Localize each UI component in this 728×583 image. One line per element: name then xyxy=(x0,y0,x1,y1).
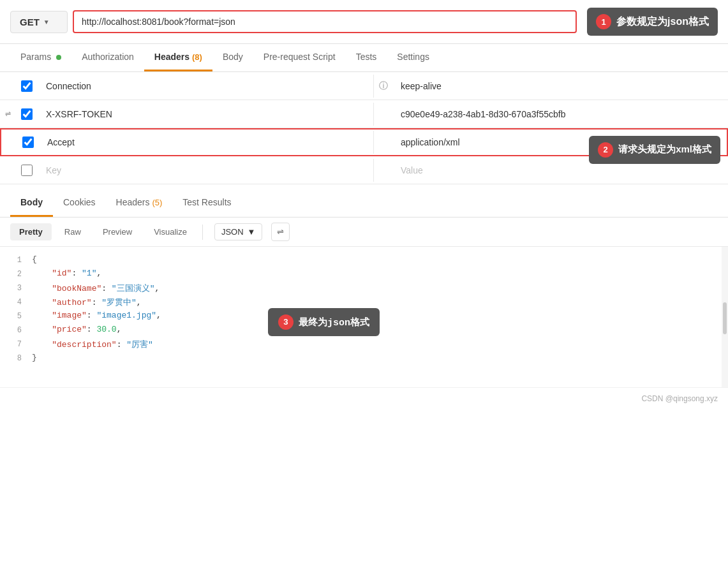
tab-settings-label: Settings xyxy=(397,52,429,62)
headers-count: (8) xyxy=(192,52,202,62)
header-checkbox-accept[interactable] xyxy=(17,137,40,148)
response-headers-count: (5) xyxy=(152,198,162,207)
response-tab-cookies[interactable]: Cookies xyxy=(53,189,106,217)
tab-tests-label: Tests xyxy=(356,52,377,62)
json-val-price: 30.0 xyxy=(96,325,116,334)
format-pretty-button[interactable]: Pretty xyxy=(10,223,52,240)
checkbox-xsrf[interactable] xyxy=(21,108,33,120)
tab-params-label: Params xyxy=(20,52,51,62)
annotation-1-badge: 1 xyxy=(596,14,611,29)
json-key-author: "author" xyxy=(52,298,91,307)
wrap-button[interactable]: ⇌ xyxy=(271,223,290,241)
response-tab-headers-label: Headers (5) xyxy=(116,197,163,207)
code-line-8: 8 } xyxy=(0,353,728,367)
code-line-3: 3 "bookName": "三国演义", xyxy=(0,283,728,297)
code-line-5: 5 "image": "image1.jpg", 3 最终为json格式 xyxy=(0,311,728,325)
format-raw-button[interactable]: Raw xyxy=(56,223,90,240)
line-num-1: 1 xyxy=(0,255,32,265)
json-val-id: "1" xyxy=(82,269,96,278)
line-num-4: 4 xyxy=(0,297,32,307)
json-key-description: "description" xyxy=(52,340,116,350)
line-num-6: 6 xyxy=(0,325,32,335)
header-row-connection: Connection ⓘ keep-alive xyxy=(0,72,728,100)
json-key-bookname: "bookName" xyxy=(52,284,101,293)
checkbox-accept[interactable] xyxy=(22,137,34,148)
line-content-1: { xyxy=(32,255,728,264)
url-input[interactable] xyxy=(73,10,577,33)
json-key-image: "image" xyxy=(52,311,87,320)
chevron-down-icon: ▼ xyxy=(43,18,50,26)
headers-table: Connection ⓘ keep-alive ⇌ X-XSRF-TOKEN c… xyxy=(0,72,728,184)
annotation-3-bubble: 3 最终为json格式 xyxy=(268,308,380,336)
annotation-1-text: 参数规定为json格式 xyxy=(616,15,709,29)
format-visualize-button[interactable]: Visualize xyxy=(145,223,196,240)
header-checkbox-empty[interactable] xyxy=(15,165,38,176)
annotation-2-text: 请求头规定为xml格式 xyxy=(618,142,711,157)
scrollbar[interactable] xyxy=(722,247,728,387)
annotation-2-badge: 2 xyxy=(598,142,613,158)
footer: CSDN @qingsong.xyz xyxy=(0,387,728,410)
tab-headers[interactable]: Headers (8) xyxy=(144,44,212,71)
json-val-image: "image1.jpg" xyxy=(96,311,156,320)
code-line-7: 7 "description": "厉害" xyxy=(0,339,728,353)
response-tab-cookies-label: Cookies xyxy=(63,197,96,207)
info-icon-connection: ⓘ xyxy=(374,80,393,92)
request-tabs: Params Authorization Headers (8) Body Pr… xyxy=(0,44,728,72)
response-tab-test-results[interactable]: Test Results xyxy=(172,189,241,217)
body-controls: Pretty Raw Preview Visualize JSON ▼ ⇌ xyxy=(0,218,728,247)
code-area: 1 { 2 "id": "1", 3 "bookName": "三国演义", 4… xyxy=(0,247,728,387)
json-val-description: "厉害" xyxy=(126,340,153,350)
header-key-xsrf: X-XSRF-TOKEN xyxy=(38,103,374,126)
brace-open: { xyxy=(32,255,37,264)
tab-settings[interactable]: Settings xyxy=(387,44,440,71)
json-key-price: "price" xyxy=(52,325,87,334)
line-content-4: "author": "罗贯中", xyxy=(32,297,728,308)
url-bar: GET ▼ 1 参数规定为json格式 xyxy=(0,0,728,44)
checkbox-empty[interactable] xyxy=(21,165,33,176)
tab-headers-label: Headers (8) xyxy=(154,52,202,62)
response-tabs: Body Cookies Headers (5) Test Results xyxy=(0,189,728,218)
method-selector[interactable]: GET ▼ xyxy=(10,11,68,33)
line-content-3: "bookName": "三国演义", xyxy=(32,283,728,294)
line-content-2: "id": "1", xyxy=(32,269,728,278)
code-line-2: 2 "id": "1", xyxy=(0,269,728,283)
line-num-7: 7 xyxy=(0,339,32,349)
response-tab-body-label: Body xyxy=(20,197,43,207)
format-preview-button[interactable]: Preview xyxy=(94,223,141,240)
tab-tests[interactable]: Tests xyxy=(346,44,387,71)
json-val-bookname: "三国演义" xyxy=(112,284,155,293)
brace-close: } xyxy=(32,353,37,362)
method-label: GET xyxy=(20,17,40,27)
header-value-xsrf: c90e0e49-a238-4ab1-8d30-670a3f55cbfb xyxy=(393,103,728,126)
annotation-2-bubble: 2 请求头规定为xml格式 xyxy=(589,136,720,164)
json-type-dropdown[interactable]: JSON ▼ xyxy=(214,223,263,240)
footer-text: CSDN @qingsong.xyz xyxy=(641,394,718,403)
response-tab-headers[interactable]: Headers (5) xyxy=(106,189,173,217)
header-checkbox-connection[interactable] xyxy=(15,80,38,92)
header-key-accept: Accept xyxy=(40,131,374,154)
tab-body[interactable]: Body xyxy=(212,44,253,71)
line-num-2: 2 xyxy=(0,269,32,279)
header-key-empty: Key xyxy=(38,159,374,182)
tab-authorization[interactable]: Authorization xyxy=(71,44,144,71)
headers-section: Connection ⓘ keep-alive ⇌ X-XSRF-TOKEN c… xyxy=(0,72,728,184)
scrollbar-thumb xyxy=(723,302,727,334)
tab-authorization-label: Authorization xyxy=(82,52,134,62)
json-type-label: JSON xyxy=(221,227,244,237)
annotation-1-bubble: 1 参数规定为json格式 xyxy=(587,8,718,36)
response-tab-test-results-label: Test Results xyxy=(182,197,231,207)
code-line-1: 1 { xyxy=(0,255,728,269)
tab-pre-request[interactable]: Pre-request Script xyxy=(253,44,346,71)
line-content-5: "image": "image1.jpg", xyxy=(32,311,728,320)
checkbox-connection[interactable] xyxy=(21,80,33,92)
line-content-7: "description": "厉害" xyxy=(32,339,728,350)
tab-params[interactable]: Params xyxy=(10,44,71,71)
tab-pre-request-label: Pre-request Script xyxy=(264,52,336,62)
format-divider xyxy=(202,225,203,240)
line-content-6: "price": 30.0, xyxy=(32,325,728,334)
line-num-5: 5 xyxy=(0,311,32,321)
header-checkbox-xsrf[interactable] xyxy=(15,108,38,120)
response-tab-body[interactable]: Body xyxy=(10,189,53,217)
header-value-connection: keep-alive xyxy=(393,75,728,98)
header-row-xsrf: ⇌ X-XSRF-TOKEN c90e0e49-a238-4ab1-8d30-6… xyxy=(0,100,728,128)
